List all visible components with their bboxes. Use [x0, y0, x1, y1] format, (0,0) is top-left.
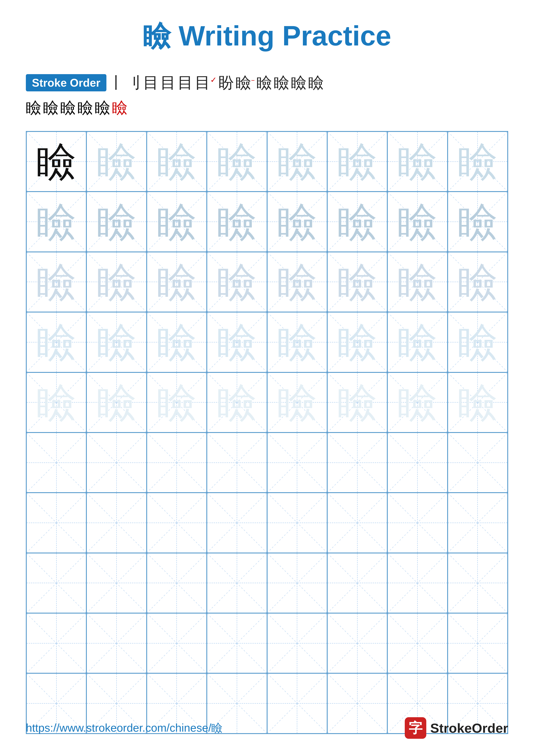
grid-cell-1-6[interactable]: 瞼 — [387, 192, 447, 252]
grid-cell-7-0[interactable] — [26, 553, 87, 613]
footer-url[interactable]: https://www.strokeorder.com/chinese/瞼 — [26, 720, 222, 736]
grid-cell-0-2[interactable]: 瞼 — [147, 131, 207, 192]
svg-line-122 — [328, 554, 387, 613]
grid-cell-3-2[interactable]: 瞼 — [147, 312, 207, 372]
grid-cell-7-1[interactable] — [87, 553, 146, 613]
practice-char: 瞼 — [157, 202, 197, 242]
svg-line-118 — [207, 554, 267, 613]
grid-cell-4-1[interactable]: 瞼 — [87, 372, 146, 433]
grid-cell-8-2[interactable] — [147, 613, 207, 673]
grid-cell-2-1[interactable]: 瞼 — [87, 252, 146, 312]
grid-cell-0-6[interactable]: 瞼 — [387, 131, 447, 192]
grid-cell-5-2[interactable] — [147, 433, 207, 493]
grid-cell-4-6[interactable]: 瞼 — [387, 372, 447, 433]
grid-cell-0-7[interactable]: 瞼 — [447, 131, 508, 192]
grid-cell-5-6[interactable] — [387, 433, 447, 493]
svg-line-86 — [207, 433, 267, 492]
grid-cell-8-5[interactable] — [327, 613, 387, 673]
grid-cell-4-4[interactable]: 瞼 — [267, 372, 327, 433]
practice-char: 瞼 — [157, 142, 197, 181]
grid-cell-3-4[interactable]: 瞼 — [267, 312, 327, 372]
grid-cell-8-0[interactable] — [26, 613, 87, 673]
svg-line-82 — [87, 433, 146, 492]
grid-cell-2-4[interactable]: 瞼 — [267, 252, 327, 312]
grid-cell-7-2[interactable] — [147, 553, 207, 613]
svg-line-96 — [27, 493, 86, 552]
grid-cell-5-3[interactable] — [207, 433, 267, 493]
svg-line-141 — [388, 613, 447, 673]
practice-char: 瞼 — [37, 383, 76, 422]
svg-line-108 — [388, 493, 447, 552]
grid-cell-0-4[interactable]: 瞼 — [267, 131, 327, 192]
grid-cell-4-2[interactable]: 瞼 — [147, 372, 207, 433]
svg-line-104 — [267, 493, 327, 552]
grid-cell-8-6[interactable] — [387, 613, 447, 673]
svg-line-117 — [147, 554, 206, 613]
grid-cell-5-0[interactable] — [26, 433, 87, 493]
title-suffix: Writing Practice — [171, 20, 391, 51]
grid-cell-7-7[interactable] — [447, 553, 508, 613]
grid-cell-6-3[interactable] — [207, 493, 267, 553]
grid-cell-5-5[interactable] — [327, 433, 387, 493]
grid-cell-4-7[interactable]: 瞼 — [447, 372, 508, 433]
grid-cell-2-7[interactable]: 瞼 — [447, 252, 508, 312]
practice-char: 瞼 — [397, 262, 437, 302]
practice-char: 瞼 — [217, 383, 257, 422]
grid-cell-7-4[interactable] — [267, 553, 327, 613]
grid-cell-0-3[interactable]: 瞼 — [207, 131, 267, 192]
grid-cell-1-5[interactable]: 瞼 — [327, 192, 387, 252]
grid-cell-8-1[interactable] — [87, 613, 146, 673]
practice-char: 瞼 — [277, 383, 317, 422]
grid-cell-2-6[interactable]: 瞼 — [387, 252, 447, 312]
grid-cell-0-1[interactable]: 瞼 — [87, 131, 146, 192]
grid-cell-3-0[interactable]: 瞼 — [26, 312, 87, 372]
stroke-step-11: 瞼 — [291, 72, 307, 93]
grid-cell-6-6[interactable] — [387, 493, 447, 553]
practice-char: 瞼 — [397, 142, 437, 181]
grid-cell-6-5[interactable] — [327, 493, 387, 553]
grid-cell-1-7[interactable]: 瞼 — [447, 192, 508, 252]
grid-cell-6-7[interactable] — [447, 493, 508, 553]
grid-cell-4-5[interactable]: 瞼 — [327, 372, 387, 433]
grid-cell-1-0[interactable]: 瞼 — [26, 192, 87, 252]
grid-cell-7-5[interactable] — [327, 553, 387, 613]
grid-cell-1-2[interactable]: 瞼 — [147, 192, 207, 252]
grid-cell-8-7[interactable] — [447, 613, 508, 673]
grid-cell-0-0[interactable]: 瞼 — [26, 131, 87, 192]
grid-cell-8-4[interactable] — [267, 613, 327, 673]
stroke-step-4: 目 — [160, 72, 176, 93]
grid-cell-6-4[interactable] — [267, 493, 327, 553]
grid-cell-1-4[interactable]: 瞼 — [267, 192, 327, 252]
grid-cell-4-0[interactable]: 瞼 — [26, 372, 87, 433]
grid-cell-0-5[interactable]: 瞼 — [327, 131, 387, 192]
grid-cell-6-0[interactable] — [26, 493, 87, 553]
grid-cell-5-7[interactable] — [447, 433, 508, 493]
grid-cell-2-2[interactable]: 瞼 — [147, 252, 207, 312]
grid-cell-1-3[interactable]: 瞼 — [207, 192, 267, 252]
grid-cell-2-0[interactable]: 瞼 — [26, 252, 87, 312]
grid-cell-4-3[interactable]: 瞼 — [207, 372, 267, 433]
grid-cell-5-1[interactable] — [87, 433, 146, 493]
svg-line-106 — [328, 493, 387, 552]
grid-row-4: 瞼瞼瞼瞼瞼瞼瞼瞼 — [26, 372, 508, 433]
svg-line-84 — [147, 433, 206, 492]
svg-line-140 — [388, 613, 447, 673]
grid-cell-3-3[interactable]: 瞼 — [207, 312, 267, 372]
grid-cell-5-4[interactable] — [267, 433, 327, 493]
grid-cell-1-1[interactable]: 瞼 — [87, 192, 146, 252]
grid-cell-8-3[interactable] — [207, 613, 267, 673]
grid-cell-7-6[interactable] — [387, 553, 447, 613]
grid-cell-2-5[interactable]: 瞼 — [327, 252, 387, 312]
svg-line-123 — [328, 554, 387, 613]
svg-line-121 — [267, 554, 327, 613]
grid-cell-6-1[interactable] — [87, 493, 146, 553]
grid-cell-7-3[interactable] — [207, 553, 267, 613]
grid-cell-3-1[interactable]: 瞼 — [87, 312, 146, 372]
grid-cell-6-2[interactable] — [147, 493, 207, 553]
practice-char: 瞼 — [157, 383, 197, 422]
grid-cell-3-7[interactable]: 瞼 — [447, 312, 508, 372]
grid-cell-3-5[interactable]: 瞼 — [327, 312, 387, 372]
grid-cell-2-3[interactable]: 瞼 — [207, 252, 267, 312]
grid-cell-3-6[interactable]: 瞼 — [387, 312, 447, 372]
svg-line-134 — [207, 613, 267, 673]
